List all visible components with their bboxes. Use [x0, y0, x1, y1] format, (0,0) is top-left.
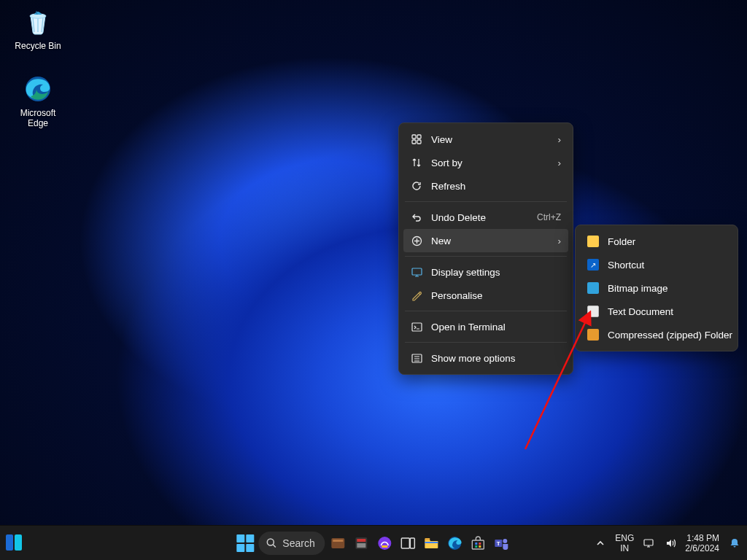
menu-item-label: Display settings: [431, 267, 561, 278]
svg-rect-15: [333, 540, 344, 542]
start-button[interactable]: [235, 533, 255, 553]
menu-item-label: View: [431, 134, 549, 145]
taskbar-clock[interactable]: 1:48 PM 2/6/2024: [685, 533, 719, 553]
refresh-icon: [411, 181, 422, 191]
taskbar: Search T ENG IN: [0, 525, 747, 560]
terminal-icon: [411, 322, 422, 332]
clock-date: 2/6/2024: [685, 543, 719, 553]
svg-rect-7: [412, 268, 422, 275]
clock-time: 1:48 PM: [685, 533, 719, 543]
chevron-up-icon: [596, 539, 605, 548]
menu-item-display-settings[interactable]: Display settings: [403, 260, 568, 284]
svg-rect-29: [476, 545, 478, 548]
taskbar-pinned-app-2[interactable]: [352, 533, 372, 553]
taskbar-edge[interactable]: [445, 533, 465, 553]
more-options-icon: [411, 353, 422, 364]
submenu-item-label: Bitmap image: [608, 283, 726, 294]
recycle-bin-icon: [22, 6, 54, 38]
svg-rect-22: [411, 538, 415, 548]
svg-rect-3: [417, 135, 421, 139]
submenu-item-label: Shortcut: [608, 260, 726, 271]
taskbar-language[interactable]: ENG IN: [615, 533, 634, 553]
desktop[interactable]: Recycle Bin Microsoft Edge View › Sort b…: [0, 0, 747, 525]
shortcut-icon: ↗: [587, 259, 599, 271]
desktop-context-menu: View › Sort by › Refresh Undo Delete Ctr…: [398, 122, 573, 375]
edge-icon: [22, 73, 54, 105]
search-placeholder: Search: [282, 537, 314, 549]
menu-item-undo-delete[interactable]: Undo Delete Ctrl+Z: [403, 206, 568, 229]
desktop-icon-recycle-bin[interactable]: Recycle Bin: [10, 6, 66, 51]
tray-notifications-icon[interactable]: [727, 533, 743, 553]
bitmap-icon: [587, 282, 599, 294]
personalise-icon: [411, 290, 422, 301]
menu-item-label: Show more options: [431, 353, 561, 364]
menu-item-personalise[interactable]: Personalise: [403, 284, 568, 307]
desktop-icon-label: Microsoft Edge: [10, 108, 66, 128]
submenu-item-label: Folder: [608, 236, 726, 247]
svg-rect-20: [382, 545, 388, 548]
chevron-right-icon: ›: [558, 236, 562, 246]
text-document-icon: [587, 306, 599, 317]
menu-item-show-more-options[interactable]: Show more options: [403, 346, 568, 370]
taskbar-file-explorer[interactable]: [422, 533, 442, 553]
svg-point-19: [379, 537, 392, 550]
menu-item-open-terminal[interactable]: Open in Terminal: [403, 315, 568, 338]
sort-icon: [411, 158, 422, 168]
folder-icon: [587, 236, 599, 247]
menu-separator: [405, 201, 567, 202]
zipped-folder-icon: [587, 329, 599, 341]
menu-separator: [405, 256, 567, 257]
submenu-item-shortcut[interactable]: ↗ Shortcut: [580, 253, 733, 276]
menu-item-sort-by[interactable]: Sort by ›: [403, 151, 568, 174]
tray-network-icon[interactable]: [641, 533, 656, 553]
view-icon: [411, 134, 422, 144]
menu-item-label: New: [431, 236, 549, 246]
language-top: ENG: [615, 533, 634, 543]
tray-overflow-button[interactable]: [593, 533, 608, 553]
menu-item-label: Personalise: [431, 290, 561, 301]
taskbar-store[interactable]: [468, 533, 489, 553]
svg-rect-4: [412, 140, 416, 144]
taskbar-widgets-button[interactable]: [4, 533, 23, 555]
svg-rect-24: [425, 542, 438, 543]
menu-item-label: Refresh: [431, 181, 561, 192]
taskbar-pinned-app-3[interactable]: [375, 533, 395, 553]
svg-rect-11: [6, 534, 13, 551]
desktop-icon-edge[interactable]: Microsoft Edge: [10, 73, 66, 128]
svg-rect-34: [644, 540, 653, 545]
svg-point-33: [503, 539, 508, 543]
menu-item-refresh[interactable]: Refresh: [403, 174, 568, 198]
svg-rect-28: [479, 542, 481, 545]
svg-rect-5: [417, 140, 421, 144]
search-icon: [266, 537, 276, 548]
svg-rect-26: [473, 540, 484, 549]
submenu-item-folder[interactable]: Folder: [580, 230, 733, 253]
svg-rect-21: [402, 538, 410, 548]
submenu-item-text-document[interactable]: Text Document: [580, 300, 733, 323]
menu-separator: [405, 342, 567, 343]
submenu-item-zipped-folder[interactable]: Compressed (zipped) Folder: [580, 323, 733, 346]
display-settings-icon: [411, 267, 422, 278]
taskbar-task-view[interactable]: [398, 533, 419, 553]
taskbar-search[interactable]: Search: [258, 532, 325, 555]
svg-rect-30: [479, 545, 481, 548]
menu-item-new[interactable]: New ›: [403, 229, 568, 252]
undo-icon: [411, 212, 422, 222]
svg-rect-17: [357, 539, 366, 542]
submenu-item-label: Text Document: [608, 306, 726, 317]
tray-volume-icon[interactable]: [663, 533, 678, 553]
submenu-item-bitmap[interactable]: Bitmap image: [580, 276, 733, 300]
svg-rect-8: [412, 323, 422, 331]
menu-item-view[interactable]: View ›: [403, 128, 568, 151]
menu-separator: [405, 311, 567, 311]
svg-text:T: T: [497, 540, 500, 547]
menu-item-label: Open in Terminal: [431, 322, 561, 332]
submenu-item-label: Compressed (zipped) Folder: [608, 330, 732, 341]
new-submenu: Folder ↗ Shortcut Bitmap image Text Docu…: [575, 225, 738, 351]
language-bottom: IN: [615, 543, 634, 553]
menu-item-label: Sort by: [431, 158, 549, 168]
menu-item-label: Undo Delete: [431, 212, 516, 223]
taskbar-pinned-app-1[interactable]: [328, 533, 349, 553]
chevron-right-icon: ›: [558, 158, 562, 168]
taskbar-teams[interactable]: T: [492, 533, 512, 553]
